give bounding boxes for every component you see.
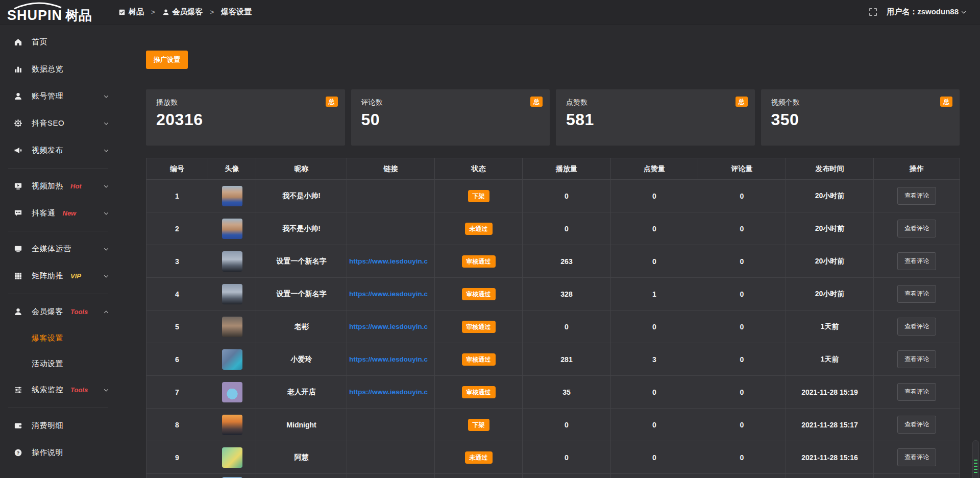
cell-time: 2021-11-28 15:16 bbox=[786, 441, 874, 474]
chevron-down-icon bbox=[103, 148, 109, 154]
cell-nickname: 我不是小帅! bbox=[256, 180, 347, 212]
table-row: 6 小爱玲 https://www.iesdouyin.c 审核通过 281 3… bbox=[146, 343, 960, 376]
top-bar: SHUPIN 树品 树品 > 会员爆客 > 爆客设置 用户 bbox=[0, 0, 980, 25]
view-comments-button[interactable]: 查看评论 bbox=[897, 187, 936, 205]
sidebar-item-label: 视频加热 bbox=[32, 181, 63, 191]
status-badge: 审核通过 bbox=[462, 321, 496, 333]
fullscreen-icon[interactable] bbox=[869, 8, 877, 16]
cell-likes: 3 bbox=[611, 343, 698, 376]
stat-value: 350 bbox=[771, 110, 950, 129]
table-row: 2 我不是小帅! 未通过 0 0 0 20小时前 查看评论 bbox=[146, 212, 960, 245]
view-comments-button[interactable]: 查看评论 bbox=[897, 350, 936, 368]
sidebar-item-home[interactable]: 首页 bbox=[0, 29, 118, 56]
cell-no: 1 bbox=[146, 180, 208, 212]
sidebar-item-all-media[interactable]: 全媒体运营 bbox=[0, 235, 118, 262]
cell-time: 20小时前 bbox=[786, 278, 874, 310]
sidebar-item-clue-monitor[interactable]: 线索监控 Tools bbox=[0, 376, 118, 403]
sidebar-item-account-management[interactable]: 账号管理 bbox=[0, 83, 118, 110]
col-header-plays: 播放量 bbox=[523, 158, 611, 180]
view-comments-button[interactable]: 查看评论 bbox=[897, 318, 936, 336]
view-comments-button[interactable]: 查看评论 bbox=[897, 252, 936, 270]
breadcrumb-item-shupin[interactable]: 树品 bbox=[118, 7, 144, 17]
total-badge: 总 bbox=[530, 97, 543, 107]
col-header-publish-time: 发布时间 bbox=[786, 158, 874, 180]
sidebar-item-douketong[interactable]: 抖客通 New bbox=[0, 200, 118, 227]
avatar bbox=[222, 284, 242, 304]
sidebar-divider bbox=[8, 231, 108, 231]
cell-plays: 0 bbox=[523, 180, 611, 212]
sidebar-item-video-heating[interactable]: 视频加热 Hot bbox=[0, 173, 118, 200]
cell-comments: 0 bbox=[698, 180, 786, 212]
cell-no: 4 bbox=[146, 278, 208, 310]
avatar bbox=[222, 415, 242, 435]
stat-value: 50 bbox=[361, 110, 540, 129]
video-link[interactable]: https://www.iesdouyin.c bbox=[349, 290, 432, 298]
cell-likes: 0 bbox=[611, 180, 698, 212]
cell-nickname: 阿慧 bbox=[256, 441, 347, 474]
user-icon bbox=[12, 307, 23, 316]
chat-icon bbox=[12, 209, 23, 218]
stat-card-comments: 评论数 50 总 bbox=[351, 89, 550, 146]
brand-name-cn: 树品 bbox=[65, 8, 92, 23]
sidebar-divider bbox=[8, 294, 108, 294]
vip-tag: VIP bbox=[70, 272, 81, 280]
promotion-settings-button[interactable]: 推广设置 bbox=[146, 51, 188, 69]
cell-plays: 0 bbox=[523, 409, 611, 441]
col-header-status: 状态 bbox=[435, 158, 523, 180]
view-comments-button[interactable]: 查看评论 bbox=[897, 383, 936, 401]
view-comments-button[interactable]: 查看评论 bbox=[897, 285, 936, 303]
cell-time: 1天前 bbox=[786, 310, 874, 343]
chevron-down-icon bbox=[103, 121, 109, 127]
sidebar-item-label: 抖客通 bbox=[32, 208, 56, 218]
user-menu[interactable]: 用户名：zswodun88 bbox=[887, 7, 967, 17]
sidebar-item-instructions[interactable]: ? 操作说明 bbox=[0, 439, 118, 466]
sidebar-subitem-activity-settings[interactable]: 活动设置 bbox=[0, 351, 118, 376]
table-row: 9 阿慧 未通过 0 0 0 2021-11-28 15:16 查看评论 bbox=[146, 441, 960, 474]
table-row: 4 设置一个新名字 https://www.iesdouyin.c 审核通过 3… bbox=[146, 278, 960, 310]
sidebar-item-consumption-details[interactable]: 消费明细 bbox=[0, 412, 118, 439]
scrollbar[interactable] bbox=[972, 440, 979, 478]
cell-time: 20小时前 bbox=[786, 180, 874, 212]
brand-logo[interactable]: SHUPIN 树品 bbox=[0, 2, 118, 23]
video-link[interactable]: https://www.iesdouyin.c bbox=[349, 257, 432, 265]
cell-comments: 0 bbox=[698, 245, 786, 278]
avatar bbox=[222, 186, 242, 206]
brand-logo-icon: SHUPIN 树品 bbox=[6, 2, 99, 23]
main-content: 推广设置 播放数 20316 总 评论数 50 总 点赞数 581 总 视频个数… bbox=[118, 0, 980, 478]
sidebar-subitem-label: 活动设置 bbox=[32, 359, 63, 369]
video-link[interactable]: https://www.iesdouyin.c bbox=[349, 323, 432, 330]
sidebar-item-douyin-seo[interactable]: 抖音SEO bbox=[0, 110, 118, 137]
view-comments-button[interactable]: 查看评论 bbox=[897, 416, 936, 434]
cell-likes: 0 bbox=[611, 310, 698, 343]
sidebar-item-matrix-boost[interactable]: 矩阵助推 VIP bbox=[0, 262, 118, 290]
new-tag: New bbox=[63, 209, 77, 217]
cell-time: 2021-11-28 15:17 bbox=[786, 409, 874, 441]
avatar bbox=[222, 219, 242, 239]
sidebar-item-data-overview[interactable]: 数据总览 bbox=[0, 56, 118, 83]
video-link[interactable]: https://www.iesdouyin.c bbox=[349, 355, 432, 363]
sidebar-item-label: 会员爆客 bbox=[32, 307, 63, 317]
sidebar-item-label: 线索监控 bbox=[32, 385, 63, 395]
cell-likes: 0 bbox=[611, 376, 698, 409]
table-row: 5 老彬 https://www.iesdouyin.c 审核通过 0 0 0 … bbox=[146, 310, 960, 343]
col-header-no: 编号 bbox=[146, 158, 208, 180]
sidebar-item-member-baoke[interactable]: 会员爆客 Tools bbox=[0, 298, 118, 325]
breadcrumb-item-member[interactable]: 会员爆客 bbox=[162, 7, 203, 17]
chevron-down-icon bbox=[103, 183, 109, 189]
table-header-row: 编号 头像 昵称 链接 状态 播放量 点赞量 评论量 发布时间 操作 bbox=[146, 158, 960, 180]
cell-no: 2 bbox=[146, 212, 208, 245]
videos-table: 编号 头像 昵称 链接 状态 播放量 点赞量 评论量 发布时间 操作 1 我不是… bbox=[146, 158, 960, 478]
tools-tag: Tools bbox=[70, 386, 88, 394]
view-comments-button[interactable]: 查看评论 bbox=[897, 448, 936, 466]
view-comments-button[interactable]: 查看评论 bbox=[897, 220, 936, 237]
cell-time: 20小时前 bbox=[786, 245, 874, 278]
col-header-actions: 操作 bbox=[874, 158, 960, 180]
video-link[interactable]: https://www.iesdouyin.c bbox=[349, 388, 432, 396]
cell-no: 5 bbox=[146, 310, 208, 343]
stat-value: 581 bbox=[566, 110, 745, 129]
sidebar-item-video-publish[interactable]: 视频发布 bbox=[0, 137, 118, 164]
grid-icon bbox=[12, 272, 23, 280]
sidebar-subitem-baoke-settings[interactable]: 爆客设置 bbox=[0, 325, 118, 351]
chevron-down-icon bbox=[103, 387, 109, 393]
cell-nickname: Midnight bbox=[256, 409, 347, 441]
